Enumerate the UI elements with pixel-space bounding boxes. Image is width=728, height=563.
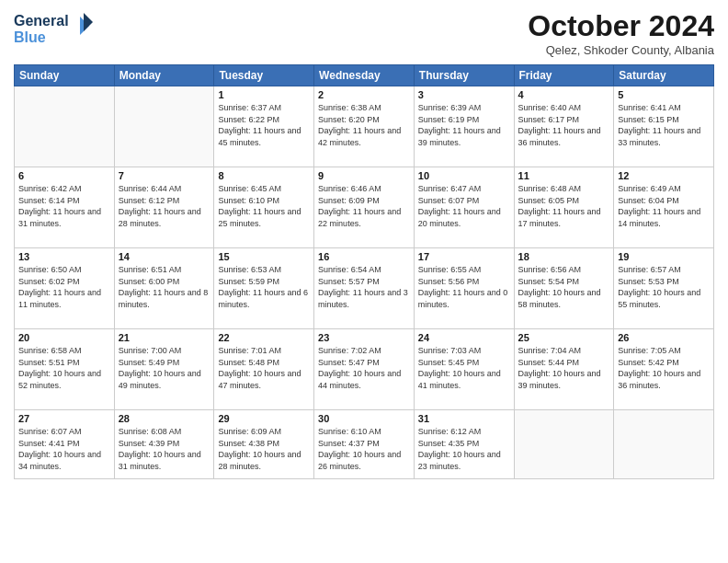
day-number: 17 (418, 251, 510, 262)
calendar-week-4: 20Sunrise: 6:58 AM Sunset: 5:51 PM Dayli… (15, 329, 714, 410)
calendar-cell: 29Sunrise: 6:09 AM Sunset: 4:38 PM Dayli… (214, 410, 314, 479)
day-header-friday: Friday (514, 65, 614, 86)
calendar-cell: 4Sunrise: 6:40 AM Sunset: 6:17 PM Daylig… (514, 86, 614, 167)
day-header-sunday: Sunday (15, 65, 115, 86)
day-number: 6 (18, 170, 110, 181)
cell-content: Sunrise: 6:07 AM Sunset: 4:41 PM Dayligh… (18, 426, 110, 472)
calendar-cell (614, 410, 714, 479)
calendar-cell: 31Sunrise: 6:12 AM Sunset: 4:35 PM Dayli… (414, 410, 514, 479)
calendar-week-1: 1Sunrise: 6:37 AM Sunset: 6:22 PM Daylig… (15, 86, 714, 167)
day-number: 15 (218, 251, 310, 262)
day-number: 30 (318, 413, 410, 424)
calendar-cell: 30Sunrise: 6:10 AM Sunset: 4:37 PM Dayli… (314, 410, 415, 479)
calendar-cell: 28Sunrise: 6:08 AM Sunset: 4:39 PM Dayli… (114, 410, 214, 479)
calendar-header-row: SundayMondayTuesdayWednesdayThursdayFrid… (15, 65, 714, 86)
cell-content: Sunrise: 6:08 AM Sunset: 4:39 PM Dayligh… (119, 426, 210, 472)
calendar-cell: 15Sunrise: 6:53 AM Sunset: 5:59 PM Dayli… (214, 248, 314, 329)
calendar-cell: 1Sunrise: 6:37 AM Sunset: 6:22 PM Daylig… (214, 86, 314, 167)
header: General Blue October 2024 Qelez, Shkoder… (14, 9, 714, 57)
day-number: 21 (119, 332, 210, 343)
calendar-cell (15, 86, 115, 167)
calendar-cell: 20Sunrise: 6:58 AM Sunset: 5:51 PM Dayli… (15, 329, 115, 410)
calendar-cell: 25Sunrise: 7:04 AM Sunset: 5:44 PM Dayli… (514, 329, 614, 410)
logo: General Blue (14, 9, 97, 54)
calendar-week-3: 13Sunrise: 6:50 AM Sunset: 6:02 PM Dayli… (15, 248, 714, 329)
cell-content: Sunrise: 7:00 AM Sunset: 5:49 PM Dayligh… (119, 345, 210, 391)
page: General Blue October 2024 Qelez, Shkoder… (0, 0, 728, 563)
day-number: 29 (218, 413, 310, 424)
cell-content: Sunrise: 6:57 AM Sunset: 5:53 PM Dayligh… (618, 264, 710, 310)
cell-content: Sunrise: 7:03 AM Sunset: 5:45 PM Dayligh… (418, 345, 510, 391)
day-number: 22 (218, 332, 310, 343)
calendar-cell: 24Sunrise: 7:03 AM Sunset: 5:45 PM Dayli… (414, 329, 514, 410)
calendar-cell: 19Sunrise: 6:57 AM Sunset: 5:53 PM Dayli… (614, 248, 714, 329)
svg-marker-3 (84, 13, 93, 31)
day-number: 14 (119, 251, 210, 262)
cell-content: Sunrise: 7:04 AM Sunset: 5:44 PM Dayligh… (518, 345, 610, 391)
cell-content: Sunrise: 6:10 AM Sunset: 4:37 PM Dayligh… (318, 426, 410, 472)
day-number: 3 (418, 89, 510, 100)
cell-content: Sunrise: 6:55 AM Sunset: 5:56 PM Dayligh… (418, 264, 510, 310)
calendar-cell: 27Sunrise: 6:07 AM Sunset: 4:41 PM Dayli… (15, 410, 115, 479)
day-number: 12 (618, 170, 710, 181)
cell-content: Sunrise: 6:09 AM Sunset: 4:38 PM Dayligh… (218, 426, 310, 472)
day-number: 20 (18, 332, 110, 343)
cell-content: Sunrise: 6:40 AM Sunset: 6:17 PM Dayligh… (518, 102, 610, 148)
cell-content: Sunrise: 6:53 AM Sunset: 5:59 PM Dayligh… (218, 264, 310, 310)
day-header-thursday: Thursday (414, 65, 514, 86)
day-number: 27 (18, 413, 110, 424)
day-number: 25 (518, 332, 610, 343)
cell-content: Sunrise: 7:01 AM Sunset: 5:48 PM Dayligh… (218, 345, 310, 391)
subtitle: Qelez, Shkoder County, Albania (528, 43, 714, 57)
calendar-cell: 3Sunrise: 6:39 AM Sunset: 6:19 PM Daylig… (414, 86, 514, 167)
day-number: 9 (318, 170, 410, 181)
calendar-cell: 10Sunrise: 6:47 AM Sunset: 6:07 PM Dayli… (414, 167, 514, 248)
calendar-cell: 5Sunrise: 6:41 AM Sunset: 6:15 PM Daylig… (614, 86, 714, 167)
day-number: 24 (418, 332, 510, 343)
cell-content: Sunrise: 6:47 AM Sunset: 6:07 PM Dayligh… (418, 183, 510, 229)
day-number: 28 (119, 413, 210, 424)
month-title: October 2024 (528, 9, 714, 43)
svg-text:General: General (14, 13, 69, 29)
day-number: 19 (618, 251, 710, 262)
calendar-cell: 13Sunrise: 6:50 AM Sunset: 6:02 PM Dayli… (15, 248, 115, 329)
day-number: 8 (218, 170, 310, 181)
svg-text:Blue: Blue (14, 29, 46, 45)
cell-content: Sunrise: 6:46 AM Sunset: 6:09 PM Dayligh… (318, 183, 410, 229)
cell-content: Sunrise: 6:38 AM Sunset: 6:20 PM Dayligh… (318, 102, 410, 148)
day-number: 18 (518, 251, 610, 262)
calendar-cell (114, 86, 214, 167)
day-header-wednesday: Wednesday (314, 65, 415, 86)
calendar: SundayMondayTuesdayWednesdayThursdayFrid… (14, 64, 714, 479)
cell-content: Sunrise: 7:05 AM Sunset: 5:42 PM Dayligh… (618, 345, 710, 391)
day-number: 1 (218, 89, 310, 100)
day-header-monday: Monday (114, 65, 214, 86)
calendar-cell: 2Sunrise: 6:38 AM Sunset: 6:20 PM Daylig… (314, 86, 415, 167)
day-number: 4 (518, 89, 610, 100)
calendar-cell (514, 410, 614, 479)
cell-content: Sunrise: 6:37 AM Sunset: 6:22 PM Dayligh… (218, 102, 310, 148)
day-number: 11 (518, 170, 610, 181)
cell-content: Sunrise: 6:41 AM Sunset: 6:15 PM Dayligh… (618, 102, 710, 148)
calendar-cell: 7Sunrise: 6:44 AM Sunset: 6:12 PM Daylig… (114, 167, 214, 248)
cell-content: Sunrise: 6:12 AM Sunset: 4:35 PM Dayligh… (418, 426, 510, 472)
day-number: 31 (418, 413, 510, 424)
cell-content: Sunrise: 6:45 AM Sunset: 6:10 PM Dayligh… (218, 183, 310, 229)
calendar-cell: 18Sunrise: 6:56 AM Sunset: 5:54 PM Dayli… (514, 248, 614, 329)
calendar-cell: 14Sunrise: 6:51 AM Sunset: 6:00 PM Dayli… (114, 248, 214, 329)
cell-content: Sunrise: 6:42 AM Sunset: 6:14 PM Dayligh… (18, 183, 110, 229)
cell-content: Sunrise: 6:54 AM Sunset: 5:57 PM Dayligh… (318, 264, 410, 310)
logo-text: General Blue (14, 9, 97, 54)
calendar-cell: 26Sunrise: 7:05 AM Sunset: 5:42 PM Dayli… (614, 329, 714, 410)
calendar-cell: 11Sunrise: 6:48 AM Sunset: 6:05 PM Dayli… (514, 167, 614, 248)
day-number: 16 (318, 251, 410, 262)
day-number: 23 (318, 332, 410, 343)
day-number: 10 (418, 170, 510, 181)
cell-content: Sunrise: 6:51 AM Sunset: 6:00 PM Dayligh… (119, 264, 210, 310)
calendar-cell: 16Sunrise: 6:54 AM Sunset: 5:57 PM Dayli… (314, 248, 415, 329)
calendar-cell: 21Sunrise: 7:00 AM Sunset: 5:49 PM Dayli… (114, 329, 214, 410)
calendar-week-5: 27Sunrise: 6:07 AM Sunset: 4:41 PM Dayli… (15, 410, 714, 479)
title-area: October 2024 Qelez, Shkoder County, Alba… (528, 9, 714, 57)
calendar-cell: 12Sunrise: 6:49 AM Sunset: 6:04 PM Dayli… (614, 167, 714, 248)
day-number: 13 (18, 251, 110, 262)
